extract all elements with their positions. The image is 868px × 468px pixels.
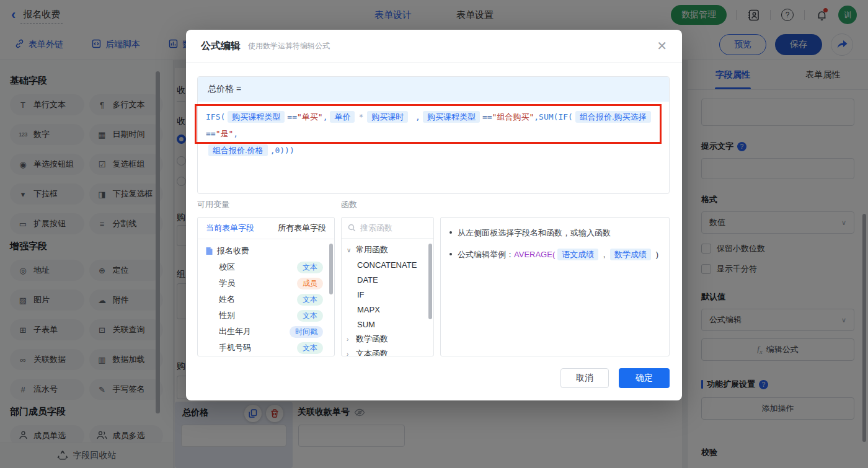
- field-type-badge: 成员: [297, 278, 323, 289]
- formula-editor-modal: 公式编辑 使用数学运算符编辑公式 ✕ 总价格 = IFS(购买课程类型=="单买…: [186, 30, 682, 400]
- field-type-badge: 文本: [297, 342, 323, 354]
- formula-token: IFS(: [206, 112, 225, 121]
- field-chip: 语文成绩: [557, 249, 598, 260]
- formula-token: ==: [287, 112, 297, 121]
- tab-all-form-fields[interactable]: 所有表单字段: [278, 223, 326, 234]
- variables-scrollbar[interactable]: [329, 244, 333, 294]
- close-icon[interactable]: ✕: [657, 40, 667, 52]
- modal-title: 公式编辑: [201, 40, 241, 53]
- field-type-badge: 时间戳: [290, 326, 323, 338]
- help-line-2: 公式编辑举例：AVERAGE(语文成绩 , 数学成绩 ): [458, 248, 658, 262]
- variables-panel: 当前表单字段 所有表单字段 报名收费 校区文本学员成员姓名文本性别文本出生年月时…: [197, 217, 335, 356]
- formula-token: ,: [410, 112, 420, 121]
- formula-token: ): [653, 250, 658, 259]
- formula-editor[interactable]: IFS(购买课程类型=="单买",单价*购买课时 ,购买课程类型=="组合购买"…: [198, 102, 669, 166]
- function-row[interactable]: DATE: [342, 272, 433, 287]
- field-chip: 购买课程类型: [228, 111, 285, 123]
- formula-token: ,SUM(IF(: [534, 112, 573, 121]
- formula-box: 总价格 = IFS(购买课程类型=="单买",单价*购买课时 ,购买课程类型==…: [197, 76, 670, 194]
- formula-token: ==: [482, 112, 492, 121]
- field-type-badge: 文本: [297, 294, 323, 306]
- formula-token: "组合购买": [492, 112, 534, 121]
- field-chip: 数学成绩: [610, 249, 651, 260]
- formula-token: ,: [323, 112, 328, 121]
- formula-token: 公式编辑举例：: [458, 250, 514, 259]
- variable-field-row[interactable]: 校区文本: [198, 259, 334, 275]
- variables-root-node[interactable]: 报名收费: [198, 243, 334, 259]
- function-group-row[interactable]: ∨常用函数: [342, 242, 433, 257]
- field-chip: 组合报价.购买选择: [575, 111, 651, 123]
- chevron-right-icon: ›: [347, 351, 353, 357]
- cancel-button[interactable]: 取消: [560, 368, 609, 388]
- formula-help-panel: 从左侧面板选择字段名和函数，或输入函数 公式编辑举例：AVERAGE(语文成绩 …: [440, 217, 670, 356]
- field-chip: 单价: [330, 111, 355, 123]
- modal-footer: 取消 确定: [560, 368, 670, 388]
- function-search[interactable]: 搜索函数: [342, 218, 433, 239]
- modal-subtitle: 使用数学运算符编辑公式: [248, 41, 330, 51]
- variable-field-row[interactable]: 学员成员: [198, 275, 334, 291]
- formula-token: AVERAGE(: [514, 250, 555, 259]
- app-root: ‹ 报名收费 表单设计 表单设置 数据管理 ?: [0, 0, 868, 468]
- help-line-1: 从左侧面板选择字段名和函数，或输入函数: [458, 226, 611, 240]
- formula-token: ,: [601, 250, 608, 259]
- field-type-badge: 文本: [297, 262, 323, 273]
- function-group-row[interactable]: ›数学函数: [342, 332, 433, 347]
- functions-label: 函数: [341, 199, 357, 210]
- formula-token: *: [357, 112, 365, 121]
- bullet-dot: [450, 253, 452, 255]
- function-group-row[interactable]: ›文本函数: [342, 347, 433, 356]
- functions-panel: 搜索函数 ∨常用函数CONCATENATEDATEIFMAPXSUM›数学函数›…: [341, 217, 434, 356]
- form-doc-icon: [205, 247, 213, 255]
- function-row[interactable]: MAPX: [342, 302, 433, 317]
- variable-field-row[interactable]: 姓名文本: [198, 291, 334, 307]
- modal-header: 公式编辑 使用数学运算符编辑公式 ✕: [186, 30, 682, 63]
- variable-field-row[interactable]: 出生年月时间戳: [198, 324, 334, 340]
- bullet-dot: [450, 231, 452, 234]
- formula-result-label: 总价格 =: [198, 77, 669, 102]
- variables-label: 可用变量: [197, 199, 229, 210]
- field-chip: 购买课程类型: [423, 111, 480, 123]
- chevron-right-icon: ›: [347, 336, 353, 343]
- variable-field-row[interactable]: 性别文本: [198, 307, 334, 324]
- formula-token: ,0))): [270, 146, 294, 155]
- function-row[interactable]: IF: [342, 287, 433, 302]
- tab-current-form-fields[interactable]: 当前表单字段: [206, 223, 254, 234]
- search-placeholder: 搜索函数: [360, 223, 392, 234]
- chevron-down-icon: ∨: [347, 247, 353, 254]
- search-icon: [348, 224, 356, 232]
- formula-token: ,: [233, 129, 238, 138]
- formula-token: "单买": [297, 112, 323, 121]
- variable-field-row[interactable]: 手机号码文本: [198, 340, 334, 356]
- functions-scrollbar[interactable]: [428, 244, 432, 319]
- function-row[interactable]: CONCATENATE: [342, 257, 433, 272]
- confirm-button[interactable]: 确定: [619, 368, 670, 388]
- field-chip: 购买课时: [367, 111, 408, 123]
- field-chip: 组合报价.价格: [208, 144, 268, 156]
- function-row[interactable]: SUM: [342, 317, 433, 332]
- formula-token: "是": [216, 129, 234, 138]
- field-type-badge: 文本: [297, 310, 323, 322]
- formula-token: ==: [206, 129, 216, 138]
